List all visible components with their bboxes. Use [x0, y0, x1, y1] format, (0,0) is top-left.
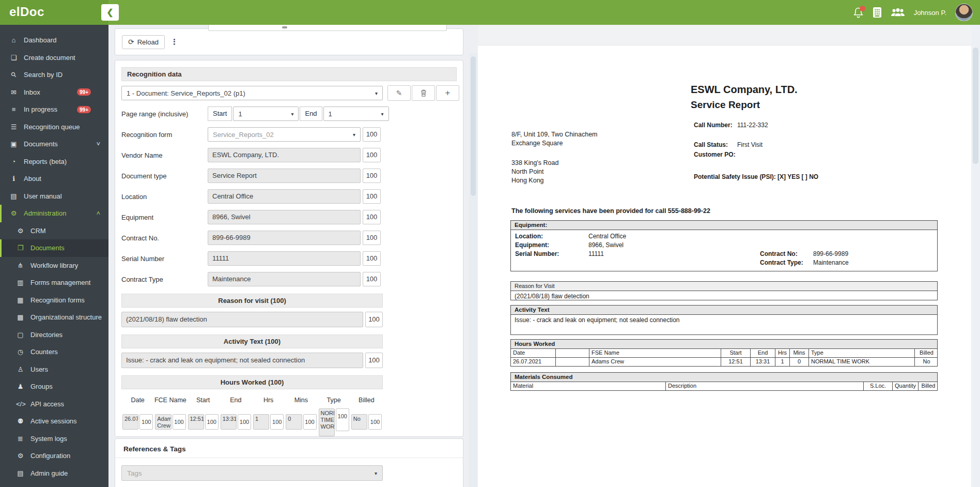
confidence-value: 100 — [363, 251, 381, 266]
confidence-value: 100 — [238, 414, 251, 430]
user-groups-icon[interactable] — [891, 7, 905, 18]
vendor-name-input[interactable]: ESWL Company, LTD. — [208, 148, 361, 162]
recognition-data-card: Recognition data 1 - Document: Service_R… — [115, 60, 463, 437]
tags-select[interactable]: Tags ▾ — [121, 465, 383, 481]
contract-no-input[interactable]: 899-66-9989 — [208, 231, 361, 245]
add-document-button[interactable]: + — [436, 85, 459, 101]
documents-icon: ▣ — [9, 140, 18, 148]
more-options-button[interactable]: ⋮ — [170, 37, 178, 47]
document-select[interactable]: 1 - Document: Service_Reports_02 (p1) ▾ — [121, 86, 383, 100]
user-name[interactable]: Johnson P. — [914, 9, 946, 17]
sidebar-item-organizational-structure[interactable]: ▩Organizational structure — [0, 309, 108, 326]
page-end-select[interactable]: 1 ▾ — [323, 106, 389, 121]
sidebar-item-search-by-id[interactable]: ⚲Search by ID — [0, 66, 108, 84]
hours-value-input[interactable]: No — [351, 414, 367, 430]
hours-col-start: Start — [187, 397, 220, 404]
sidebar-item-workflow-library[interactable]: ⋔Workflow library — [0, 257, 108, 275]
apps-keypad-icon[interactable] — [873, 7, 882, 18]
page-range-row: Page range (inclusive) Start 1 ▾ End 1 ▾ — [121, 106, 457, 121]
references-tags-card: References & Tags Tags ▾ — [115, 438, 463, 487]
preview-materials-table: Materials Consumed MaterialDescriptionS.… — [510, 372, 938, 391]
hours-value-input[interactable]: 0 — [286, 414, 302, 430]
page-start-select[interactable]: 1 ▾ — [233, 106, 299, 121]
middle-panel-scrollbar[interactable] — [469, 53, 477, 487]
user-avatar[interactable] — [955, 4, 973, 21]
hours-value-input[interactable]: 13:31 — [221, 414, 237, 430]
sidebar-item-documents[interactable]: ▣Documents˅ — [0, 135, 108, 153]
sidebar-item-inbox[interactable]: ✉Inbox99+ — [0, 84, 108, 101]
confidence-value: 100 — [205, 414, 219, 430]
sidebar-item-recognition-forms[interactable]: ▦Recognition forms — [0, 292, 108, 309]
confidence-value: 100 — [363, 210, 381, 224]
preview-materials-header-cell: S.Loc. — [864, 382, 893, 390]
sidebar-item-configuration[interactable]: ⚙Configuration — [0, 447, 108, 465]
sidebar-item-system-logs[interactable]: ≣System logs — [0, 430, 108, 448]
document-type-input[interactable]: Service Report — [208, 169, 361, 183]
hours-value-input[interactable]: 1 — [253, 414, 269, 430]
confidence-value: 100 — [363, 189, 381, 204]
sidebar-item-admin-guide[interactable]: ▤Admin guide — [0, 465, 108, 482]
reason-for-visit-input[interactable]: (2021/08/18) flaw detection — [121, 312, 363, 327]
sidebar-item-users[interactable]: ♙Users — [0, 361, 108, 378]
hours-value-input[interactable]: 12:51 — [188, 414, 204, 430]
location-input[interactable]: Central Office — [208, 189, 361, 204]
hours-cell-type: NORMAL TIME WORK100 — [318, 407, 350, 436]
section-header-activity: Activity Text (100) — [121, 334, 383, 348]
equipment-input[interactable]: 8966, Swivel — [208, 210, 361, 224]
preview-hours-title: Hours Worked — [511, 340, 937, 349]
sidebar-item-counters[interactable]: ◷Counters — [0, 343, 108, 361]
workflow-icon: ⋔ — [16, 262, 25, 269]
sidebar-item-recognition-queue[interactable]: ☰Recognition queue — [0, 118, 108, 136]
preview-call-number: Call Number:111-22-332 — [694, 121, 768, 129]
hours-cell-date: 26.07.2021100 — [121, 414, 154, 430]
preview-address-line: North Point — [511, 168, 558, 176]
sidebar-item-groups[interactable]: ♟Groups — [0, 378, 108, 395]
hours-value-input[interactable]: NORMAL TIME WORK — [319, 408, 335, 436]
sidebar-item-create-document[interactable]: ❏Create document — [0, 49, 108, 67]
sidebar-item-documents[interactable]: ❐Documents — [0, 239, 108, 257]
preview-hours-data-cell: Adams Crew — [589, 358, 721, 366]
hours-value-input[interactable]: 26.07.2021 — [122, 414, 138, 430]
sidebar-item-user-manual[interactable]: ▤User manual — [0, 188, 108, 205]
delete-document-button[interactable] — [412, 85, 435, 101]
hours-worked-header-row: DateFCE NameStartEndHrsMinsTypeBilled — [121, 394, 383, 406]
sidebar-item-directories[interactable]: ▢Directories — [0, 326, 108, 344]
edit-document-button[interactable]: ✎ — [387, 85, 411, 101]
sidebar-collapse-button[interactable]: ❮ — [101, 4, 119, 21]
forms-management-icon: ▥ — [16, 279, 25, 286]
sidebar-item-label: About — [24, 175, 41, 182]
preview-equipment-value: 8966, Swivel — [588, 241, 624, 249]
preview-hours-header-cell: FSE Name — [589, 349, 721, 357]
sidebar-item-in-progress[interactable]: ≡In progress99+ — [0, 101, 108, 118]
scrollbar-thumb[interactable] — [471, 56, 476, 196]
serial-number-input[interactable]: 11111 — [208, 251, 361, 266]
app-logo[interactable]: elDoc — [9, 5, 44, 19]
preview-materials-header-cell: Description — [666, 382, 864, 390]
activity-text-input[interactable]: Issue: - crack and leak on equipment; no… — [121, 353, 363, 368]
sidebar-item-dashboard[interactable]: ⌂Dashboard — [0, 32, 108, 49]
sidebar-item-active-sessions[interactable]: ⚉Active sessions — [0, 413, 108, 430]
preview-scrollbar[interactable] — [971, 25, 980, 487]
sidebar-item-reports-beta[interactable]: ◔Reports (beta) — [0, 153, 108, 171]
sidebar-item-forms-management[interactable]: ▥Forms management — [0, 274, 108, 292]
scrollbar-thumb[interactable] — [973, 48, 978, 164]
sidebar-item-api-access[interactable]: </>API access — [0, 395, 108, 413]
sidebar-item-label: Groups — [30, 383, 53, 390]
preview-services-line: The following services have been provide… — [511, 207, 710, 215]
sidebar-item-administration[interactable]: ⚙Administration˄ — [0, 205, 108, 222]
reload-button[interactable]: ⟳ Reload — [122, 35, 165, 49]
chevron-down-icon: ▾ — [381, 111, 384, 117]
recognition-form-select[interactable]: Service_Reports_02▾ — [208, 127, 361, 142]
configuration-gear-icon: ⚙ — [16, 452, 25, 460]
hours-value-input[interactable]: Adams Crew — [155, 414, 171, 430]
page-end-value: 1 — [329, 110, 332, 118]
sidebar-item-about[interactable]: ℹAbout — [0, 170, 108, 188]
plus-icon: + — [445, 88, 450, 98]
hours-cell-fce-name: Adams Crew100 — [154, 414, 186, 430]
notifications-bell-icon[interactable] — [853, 7, 864, 19]
recognition-data-header: Recognition data — [121, 67, 457, 81]
sidebar-item-label: In progress — [24, 105, 57, 113]
field-label: Recognition form — [121, 131, 208, 139]
contract-type-input[interactable]: Maintenance — [208, 272, 361, 286]
sidebar-item-crm[interactable]: ⚙CRM — [0, 222, 108, 240]
